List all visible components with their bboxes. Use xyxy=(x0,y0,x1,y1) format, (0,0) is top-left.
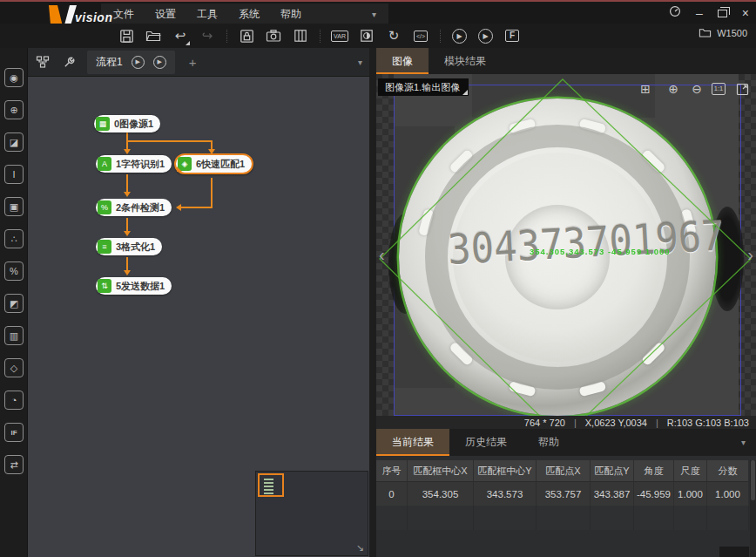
solution-folder-icon xyxy=(699,27,712,38)
redo-icon: ↪ xyxy=(199,28,215,44)
fast-match-node-icon: ◈ xyxy=(178,157,192,171)
tab-image[interactable]: 图像 xyxy=(376,48,429,74)
location-tool-icon[interactable]: ▣ xyxy=(4,197,24,216)
add-flow-button[interactable]: + xyxy=(189,55,197,70)
table-row[interactable]: 0 354.305 343.573 353.757 343.387 -45.95… xyxy=(376,481,749,506)
zoom-out-icon[interactable]: ⊖ xyxy=(689,81,705,97)
character-recognition-node-icon: A xyxy=(98,157,111,171)
menu-help[interactable]: 帮助 xyxy=(280,7,301,22)
col-index: 序号 xyxy=(376,460,408,481)
pixel-rgb-value: R:103 G:103 B:103 xyxy=(667,418,749,428)
flow-run-once-icon[interactable]: ▶ xyxy=(132,56,145,69)
flow-minimap[interactable]: ↘ xyxy=(255,471,368,556)
image-source-selector[interactable]: 图像源1.输出图像 xyxy=(378,78,469,96)
condition-detect-node-icon: % xyxy=(98,200,111,214)
image-viewer[interactable]: 304373701967 354.305,343.573 -45.959 1.0… xyxy=(376,74,756,416)
variables-icon[interactable]: VAR xyxy=(332,28,348,44)
calibration-tool-icon[interactable]: ⊕ xyxy=(4,100,24,119)
contrast-icon[interactable] xyxy=(359,28,375,44)
tab-help[interactable]: 帮助 xyxy=(523,429,575,456)
save-locked-icon[interactable] xyxy=(239,28,254,44)
module-manager-icon[interactable] xyxy=(293,28,308,44)
restore-button[interactable] xyxy=(718,10,727,17)
node-send-data[interactable]: ⇅ 5发送数据1 xyxy=(96,277,172,295)
minimap-viewport[interactable] xyxy=(258,473,284,497)
solution-name: W1500 xyxy=(717,28,747,38)
acquisition-timer-tool-icon[interactable]: ◔ xyxy=(4,391,24,410)
open-folder-icon[interactable] xyxy=(145,28,161,44)
fit-to-window-icon[interactable]: ⊞ xyxy=(638,81,653,97)
menu-system[interactable]: 系统 xyxy=(239,7,260,22)
table-scrollbar-thumb[interactable] xyxy=(751,460,755,500)
result-panel-collapse-icon[interactable]: ▾ xyxy=(741,429,756,456)
toolbar-separator xyxy=(320,30,321,43)
tab-current-result[interactable]: 当前结果 xyxy=(376,429,449,456)
statistics-tool-icon[interactable]: ▥ xyxy=(4,326,24,345)
table-header-row: 序号 匹配框中心X 匹配框中心Y 匹配点X 匹配点Y 角度 尺度 分数 xyxy=(376,460,749,481)
logo-text-vision: vision xyxy=(75,10,112,24)
image-adjust-tool-icon[interactable]: ◪ xyxy=(4,132,24,152)
next-image-arrow[interactable]: › xyxy=(747,245,753,265)
run-once-icon[interactable]: ▶ xyxy=(452,29,467,44)
if-condition-tool-icon[interactable]: IF xyxy=(4,423,24,442)
flowchart-icon[interactable] xyxy=(35,54,51,70)
flow-tab-label: 流程1 xyxy=(96,55,123,70)
undo-icon[interactable]: ↩ xyxy=(172,28,188,44)
match-result-overlay: 354.305,343.573 -45.959 1.000 xyxy=(530,247,671,256)
table-empty-row xyxy=(376,506,749,530)
toolbar-separator xyxy=(440,30,441,43)
connector xyxy=(178,207,213,208)
camera-tool-icon[interactable]: ◉ xyxy=(4,68,24,87)
menu-tools[interactable]: 工具 xyxy=(197,7,218,22)
table-scrollbar[interactable] xyxy=(750,460,756,557)
node-fast-match[interactable]: ◈ 6快速匹配1 xyxy=(174,153,253,174)
close-button[interactable]: × xyxy=(742,4,749,22)
visionmaster-window: 文件 设置 工具 系统 帮助 ▾ – × vision master xyxy=(0,0,756,557)
connector-arrow xyxy=(172,204,181,211)
prev-image-arrow[interactable]: ‹ xyxy=(379,245,385,265)
tab-module-result[interactable]: 模块结果 xyxy=(429,48,502,74)
result-table: 序号 匹配框中心X 匹配框中心Y 匹配点X 匹配点Y 角度 尺度 分数 0 35… xyxy=(376,456,756,557)
connector xyxy=(126,174,128,194)
save-icon[interactable] xyxy=(118,28,134,44)
connector xyxy=(126,140,213,142)
flow-run-continuous-icon[interactable]: ▶ xyxy=(153,56,166,69)
node-condition-detect[interactable]: % 2条件检测1 xyxy=(96,199,172,216)
zoom-in-icon[interactable]: ⊕ xyxy=(665,81,681,97)
minimize-button[interactable]: – xyxy=(696,4,703,22)
solution-chip[interactable]: W1500 xyxy=(699,27,747,38)
run-continuous-icon[interactable]: ▶ xyxy=(478,29,493,44)
flow-tab[interactable]: 流程1 ▶ ▶ xyxy=(87,51,175,74)
fullscreen-icon[interactable] xyxy=(734,81,750,97)
panel-divider[interactable] xyxy=(369,48,376,557)
col-match-center-x: 匹配框中心X xyxy=(408,460,474,481)
script-icon[interactable]: </> xyxy=(413,28,429,44)
measurement-tool-icon[interactable]: ∴ xyxy=(4,229,24,248)
col-match-point-x: 匹配点X xyxy=(537,460,591,481)
menu-settings[interactable]: 设置 xyxy=(155,7,176,22)
one-to-one-icon[interactable]: 1:1 xyxy=(711,81,726,97)
character-recognition-tool-icon[interactable]: I xyxy=(4,165,24,184)
tab-history-result[interactable]: 历史结果 xyxy=(449,429,523,456)
node-image-source[interactable]: ▦ 0图像源1 xyxy=(94,115,160,132)
col-scale: 尺度 xyxy=(674,460,707,481)
flow-panel-collapse-icon[interactable]: ▾ xyxy=(358,58,362,67)
col-match-center-y: 匹配框中心Y xyxy=(474,460,537,481)
image-status-bar: 764 * 720 | X,0623 Y,0034 | R:103 G:103 … xyxy=(376,416,756,429)
global-trigger-icon[interactable]: ↻ xyxy=(386,28,402,44)
wrench-icon[interactable] xyxy=(61,54,77,70)
color-tool-icon[interactable]: ◇ xyxy=(4,358,24,377)
flow-header: 流程1 ▶ ▶ + ▾ xyxy=(28,48,369,77)
menubar-collapse-icon[interactable]: ▾ xyxy=(372,10,376,19)
node-character-recognition[interactable]: A 1字符识别1 xyxy=(96,155,172,173)
image-processing-tool-icon[interactable]: ◩ xyxy=(4,294,24,313)
logic-tool-icon[interactable]: % xyxy=(4,262,24,281)
communication-tool-icon[interactable]: ⇄ xyxy=(4,455,24,474)
format-icon[interactable]: F xyxy=(504,28,520,44)
minimap-resize-handle[interactable]: ↘ xyxy=(356,542,364,554)
performance-gauge-icon[interactable] xyxy=(669,4,681,22)
flow-canvas[interactable]: ▦ 0图像源1 A 1字符识别1 ◈ 6快速匹配1 % 2条件检测1 ≡ 3格式… xyxy=(28,77,369,557)
toolbar-separator xyxy=(226,30,227,43)
node-format[interactable]: ≡ 3格式化1 xyxy=(96,238,162,255)
camera-icon[interactable] xyxy=(266,28,281,44)
